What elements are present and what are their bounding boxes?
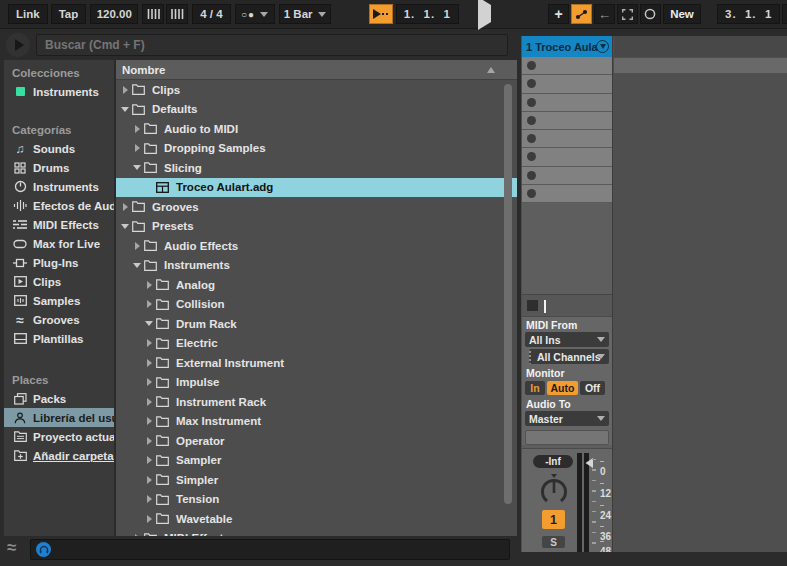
clip-stop-button[interactable] [527, 79, 536, 88]
midi-from-chooser[interactable]: All Ins [525, 332, 609, 347]
preview-strip[interactable] [30, 539, 510, 560]
clip-slot[interactable] [522, 167, 612, 185]
tree-row[interactable]: Simpler [116, 470, 517, 490]
tempo-field[interactable]: 120.00 [90, 4, 138, 24]
sidebar-item-add-folder[interactable]: Añadir carpeta. [4, 446, 114, 465]
midi-channel-chooser[interactable]: All Channels [529, 349, 609, 364]
sidebar-item-templates[interactable]: Plantillas [4, 329, 114, 348]
sidebar-item-audio-effects[interactable]: Efectos de Aud [4, 196, 114, 215]
clip-stop-button[interactable] [527, 171, 536, 180]
sort-ascending-icon[interactable] [487, 67, 495, 73]
session-record-button[interactable] [640, 4, 661, 24]
quantization-menu[interactable]: 1 Bar [279, 4, 331, 24]
chevron-down-icon[interactable] [260, 12, 268, 17]
disclosure-triangle-icon[interactable] [120, 203, 130, 211]
tree-row[interactable]: Instruments [116, 256, 517, 276]
clip-stop-button[interactable] [527, 116, 536, 125]
disclosure-triangle-icon[interactable] [144, 476, 154, 484]
disclosure-triangle-icon[interactable] [120, 86, 130, 94]
volume-display[interactable]: -Inf [533, 455, 573, 468]
disclosure-triangle-icon[interactable] [144, 359, 154, 367]
preview-play-button[interactable] [6, 33, 30, 57]
tree-row[interactable]: Max Instrument [116, 412, 517, 432]
track-status-row[interactable] [522, 294, 612, 316]
disclosure-triangle-icon[interactable] [144, 495, 154, 503]
disclosure-triangle-icon[interactable] [144, 398, 154, 406]
tree-row[interactable]: Tension [116, 490, 517, 510]
follow-button[interactable] [369, 4, 393, 24]
clip-stop-button[interactable] [527, 98, 536, 107]
tree-row[interactable]: External Instrument [116, 353, 517, 373]
sidebar-item-grooves[interactable]: ≈ Grooves [4, 310, 114, 329]
tree-row[interactable]: Sampler [116, 451, 517, 471]
midi-overdub-button[interactable]: + [548, 4, 569, 24]
disclosure-triangle-icon[interactable] [144, 378, 154, 386]
disclosure-triangle-icon[interactable] [144, 515, 154, 523]
clip-stop-button[interactable] [527, 134, 536, 143]
metronome-button[interactable]: ○● [235, 4, 275, 24]
clip-slot[interactable] [522, 112, 612, 130]
tree-row[interactable]: Clips [116, 80, 517, 100]
disclosure-triangle-icon[interactable] [120, 107, 130, 112]
sidebar-item-clips[interactable]: Clips [4, 272, 114, 291]
sidebar-item-packs[interactable]: Packs [4, 389, 114, 408]
track-title-bar[interactable]: 1 Troceo Aula [522, 36, 612, 57]
disclosure-triangle-icon[interactable] [132, 165, 142, 170]
disclosure-triangle-icon[interactable] [144, 281, 154, 289]
tree-row[interactable]: Audio Effects [116, 236, 517, 256]
disclosure-triangle-icon[interactable] [132, 125, 142, 133]
monitor-auto-button[interactable]: Auto [547, 381, 578, 395]
re-enable-automation-button[interactable]: ← [594, 4, 615, 24]
tree-row[interactable]: Drum Rack [116, 314, 517, 334]
frame-corners-button[interactable] [617, 4, 638, 24]
sidebar-item-samples[interactable]: Samples [4, 291, 114, 310]
tree-row[interactable]: Presets [116, 217, 517, 237]
tree-row[interactable]: Defaults [116, 100, 517, 120]
sidebar-item-collection-instruments[interactable]: Instruments [4, 82, 114, 101]
clip-slot[interactable] [522, 130, 612, 148]
nudge-down-button[interactable] [142, 4, 164, 24]
sidebar-item-plug-ins[interactable]: Plug-Ins [4, 253, 114, 272]
tree-row[interactable]: Wavetable [116, 509, 517, 529]
sidebar-item-midi-effects[interactable]: MIDI Effects [4, 215, 114, 234]
disclosure-triangle-icon[interactable] [144, 300, 154, 308]
play-button[interactable] [475, 5, 494, 23]
monitor-in-button[interactable]: In [525, 381, 545, 395]
punch-in-button[interactable] [782, 4, 787, 24]
monitor-off-button[interactable]: Off [580, 381, 605, 395]
link-button[interactable]: Link [8, 4, 48, 24]
tree-scrollbar[interactable] [504, 84, 512, 504]
disclosure-triangle-icon[interactable] [144, 417, 154, 425]
clip-slot[interactable] [522, 75, 612, 93]
arrangement-position-display[interactable]: 1. 1. 1 [396, 4, 459, 24]
tree-row[interactable]: Troceo Aulart.adg [116, 178, 517, 198]
pan-knob[interactable] [537, 473, 571, 507]
time-signature-field[interactable]: 4 / 4 [192, 4, 230, 24]
tree-row[interactable]: Analog [116, 275, 517, 295]
track-stop-square-icon[interactable] [527, 300, 538, 311]
sidebar-item-drums[interactable]: Drums [4, 158, 114, 177]
clip-stop-button[interactable] [527, 61, 536, 70]
automation-arm-button[interactable] [571, 4, 592, 24]
groove-pool-icon[interactable]: ≈ [7, 538, 16, 558]
sidebar-item-instruments[interactable]: Instruments [4, 177, 114, 196]
clip-slot[interactable] [522, 148, 612, 166]
track-fold-circle-icon[interactable] [596, 40, 609, 53]
track-activator-button[interactable]: 1 [542, 510, 565, 529]
clip-stop-button[interactable] [527, 152, 536, 161]
disclosure-triangle-icon[interactable] [144, 456, 154, 464]
search-input[interactable] [36, 34, 508, 56]
chevron-down-icon[interactable] [318, 12, 326, 17]
disclosure-triangle-icon[interactable] [120, 224, 130, 229]
headphones-preview-icon[interactable] [36, 542, 51, 557]
column-header-name[interactable]: Nombre [116, 60, 517, 80]
clip-slot[interactable] [522, 185, 612, 203]
tree-row[interactable]: Impulse [116, 373, 517, 393]
audio-to-chooser[interactable]: Master [525, 411, 609, 426]
new-button[interactable]: New [663, 4, 701, 24]
sidebar-item-current-project[interactable]: Proyecto actua [4, 427, 114, 446]
disclosure-triangle-icon[interactable] [144, 321, 154, 326]
disclosure-triangle-icon[interactable] [132, 242, 142, 250]
tree-row[interactable]: Operator [116, 431, 517, 451]
sidebar-item-sounds[interactable]: ♫ Sounds [4, 139, 114, 158]
